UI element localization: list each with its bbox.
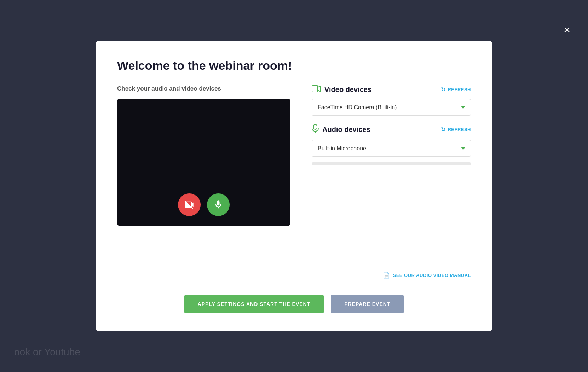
video-select-wrapper: FaceTime HD Camera (Built-in)No Video [312, 99, 471, 116]
audio-devices-label: Audio devices [322, 126, 370, 134]
background-text: ook or Youtube [14, 347, 80, 358]
modal-title: Welcome to the webinar room! [117, 59, 471, 72]
camera-slash-icon [184, 200, 194, 210]
prepare-event-button[interactable]: PREPARE EVENT [331, 295, 404, 313]
video-devices-title: Video devices [312, 85, 371, 94]
modal-container: Welcome to the webinar room! Check your … [96, 41, 492, 331]
video-devices-label: Video devices [324, 86, 371, 94]
mic-icon [213, 200, 223, 210]
video-refresh-icon: ↻ [441, 86, 446, 93]
video-devices-section: Video devices ↻ REFRESH FaceTime HD Came… [312, 85, 471, 116]
video-preview [117, 99, 290, 226]
video-device-select[interactable]: FaceTime HD Camera (Built-in)No Video [312, 99, 471, 116]
audio-device-select[interactable]: Built-in MicrophoneNo Audio [312, 140, 471, 157]
manual-link-label: SEE OUR AUDIO VIDEO MANUAL [393, 273, 471, 278]
audio-devices-header: Audio devices ↻ REFRESH [312, 124, 471, 135]
apply-settings-button[interactable]: APPLY SETTINGS AND START THE EVENT [184, 295, 324, 313]
manual-link[interactable]: 📄 SEE OUR AUDIO VIDEO MANUAL [312, 272, 471, 282]
audio-refresh-button[interactable]: ↻ REFRESH [441, 126, 471, 133]
modal-footer: APPLY SETTINGS AND START THE EVENT PREPA… [117, 295, 471, 313]
close-button[interactable]: × [564, 24, 570, 35]
mic-toggle-button[interactable] [207, 193, 230, 216]
video-camera-icon [312, 85, 321, 94]
audio-devices-section: Audio devices ↻ REFRESH Built-in Microph… [312, 124, 471, 165]
camera-toggle-button[interactable] [178, 193, 201, 216]
video-refresh-button[interactable]: ↻ REFRESH [441, 86, 471, 93]
audio-mic-icon [312, 124, 319, 135]
video-refresh-label: REFRESH [448, 87, 471, 92]
audio-level-bar [312, 162, 471, 165]
audio-refresh-icon: ↻ [441, 126, 446, 133]
audio-refresh-label: REFRESH [448, 127, 471, 132]
svg-rect-0 [312, 86, 318, 92]
video-devices-header: Video devices ↻ REFRESH [312, 85, 471, 94]
document-icon: 📄 [383, 272, 390, 279]
right-panel: Video devices ↻ REFRESH FaceTime HD Came… [312, 85, 471, 282]
audio-devices-title: Audio devices [312, 124, 370, 135]
left-panel: Check your audio and video devices [117, 85, 290, 282]
check-label: Check your audio and video devices [117, 85, 290, 92]
svg-rect-1 [313, 124, 317, 129]
modal-content: Check your audio and video devices [117, 85, 471, 282]
audio-select-wrapper: Built-in MicrophoneNo Audio [312, 140, 471, 157]
